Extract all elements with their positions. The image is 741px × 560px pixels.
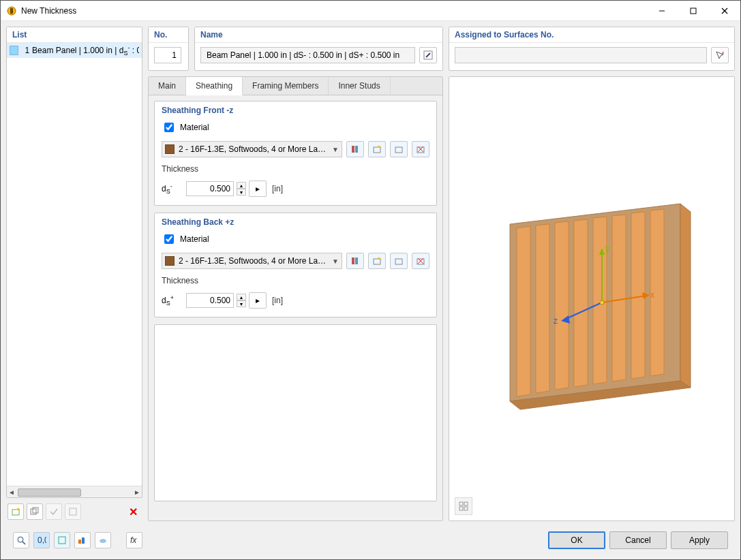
function-button[interactable]: fx xyxy=(126,532,142,548)
units-button[interactable]: 0,00 xyxy=(33,532,50,548)
list-toolbar: ✕ xyxy=(6,502,142,521)
minimize-button[interactable] xyxy=(646,1,678,20)
front-material-checkbox[interactable] xyxy=(164,123,174,132)
material-new-button[interactable] xyxy=(368,141,386,157)
list-header: List xyxy=(7,27,142,43)
tab-inner-studs[interactable]: Inner Studs xyxy=(329,77,390,95)
front-material-check-row[interactable]: Material xyxy=(162,121,429,134)
middle-column: No. Name Beam Panel | 1.000 in | dS- : 0… xyxy=(148,27,443,521)
front-thickness-input[interactable]: 0.500 xyxy=(186,181,234,196)
apply-button[interactable]: Apply xyxy=(671,531,728,549)
check-item-button xyxy=(46,503,62,520)
front-thickness-spinner[interactable]: ▲ ▼ xyxy=(237,182,246,196)
list-item[interactable]: 1 Beam Panel | 1.000 in | dS- : 0.50 xyxy=(7,43,142,58)
back-thickness-pick-button[interactable]: ▸ xyxy=(249,292,267,309)
assigned-pick-button[interactable] xyxy=(711,47,729,63)
svg-rect-49 xyxy=(464,502,468,505)
svg-point-47 xyxy=(600,300,604,305)
back-material-row: 2 - 16F-1.3E, Softwoods, 4 or More Lams … xyxy=(162,253,429,269)
back-thickness-input[interactable]: 0.500 xyxy=(186,293,234,308)
svg-marker-29 xyxy=(536,224,549,393)
delete-item-button[interactable]: ✕ xyxy=(125,503,141,520)
scroll-right-arrow[interactable]: ► xyxy=(134,488,140,496)
preview-settings-button[interactable] xyxy=(455,497,472,515)
tabstrip: Main Sheathing Framing Members Inner Stu… xyxy=(149,77,442,95)
spin-up-icon[interactable]: ▲ xyxy=(237,294,246,300)
cursor-pick-icon xyxy=(715,50,725,60)
spin-down-icon[interactable]: ▼ xyxy=(237,300,246,307)
scroll-thumb[interactable] xyxy=(18,488,131,495)
back-material-combo[interactable]: 2 - 16F-1.3E, Softwoods, 4 or More Lams … xyxy=(162,253,342,269)
material-library-button[interactable] xyxy=(346,253,364,269)
no-input[interactable] xyxy=(154,47,181,63)
svg-rect-7 xyxy=(31,509,36,514)
back-thickness-row: dS+ 0.500 ▲ ▼ ▸ [i xyxy=(162,292,429,309)
name-value: Beam Panel | 1.000 in | dS- : 0.500 in |… xyxy=(207,50,399,60)
front-thickness-pick-button[interactable]: ▸ xyxy=(249,181,267,197)
svg-rect-20 xyxy=(374,259,380,264)
maximize-button[interactable] xyxy=(678,1,709,20)
cloud-icon xyxy=(98,535,108,545)
svg-rect-48 xyxy=(459,502,463,505)
chevron-down-icon: ▼ xyxy=(332,146,339,153)
help-button[interactable] xyxy=(13,532,29,548)
tab-sheathing[interactable]: Sheathing xyxy=(186,77,243,95)
svg-rect-3 xyxy=(691,8,696,14)
svg-rect-1 xyxy=(10,8,13,14)
material-delete-button[interactable] xyxy=(412,253,429,269)
spin-up-icon[interactable]: ▲ xyxy=(237,182,246,189)
svg-rect-12 xyxy=(355,146,358,153)
view-toggle-button[interactable] xyxy=(54,532,70,548)
material-new-button[interactable] xyxy=(368,253,386,269)
list-horizontal-scrollbar[interactable]: ◄ ► xyxy=(7,486,142,497)
back-material-check-row[interactable]: Material xyxy=(162,232,429,246)
tab-main[interactable]: Main xyxy=(149,77,186,95)
close-button[interactable] xyxy=(709,1,740,20)
svg-rect-18 xyxy=(352,258,354,264)
dialog-body: List 1 Beam Panel | 1.000 in | dS- : 0.5… xyxy=(1,21,740,559)
svg-point-52 xyxy=(18,537,23,542)
front-material-combo[interactable]: 2 - 16F-1.3E, Softwoods, 4 or More Lams … xyxy=(162,141,342,157)
material-library-button[interactable] xyxy=(346,141,364,157)
back-thickness-label: Thickness xyxy=(162,276,429,285)
list-item-label: Beam Panel | 1.000 in | dS- : 0.50 xyxy=(32,44,139,57)
preview-body[interactable]: y x z xyxy=(449,77,734,520)
back-thickness-spinner[interactable]: ▲ ▼ xyxy=(237,294,246,307)
color-legend-button[interactable] xyxy=(74,532,91,548)
svg-point-58 xyxy=(100,539,106,543)
spin-down-icon[interactable]: ▼ xyxy=(237,189,246,196)
tab-framing[interactable]: Framing Members xyxy=(243,77,329,95)
svg-rect-19 xyxy=(355,258,358,264)
svg-marker-32 xyxy=(593,217,607,384)
render-button[interactable] xyxy=(95,532,111,548)
back-material-checkbox[interactable] xyxy=(164,234,174,244)
front-thickness-row: dS- 0.500 ▲ ▼ ▸ [i xyxy=(162,181,429,197)
top-row: No. Name Beam Panel | 1.000 in | dS- : 0… xyxy=(148,27,443,71)
ok-button[interactable]: OK xyxy=(548,531,605,549)
list-item-num: 1 xyxy=(21,46,29,55)
no-panel: No. xyxy=(148,27,189,71)
material-edit-button[interactable] xyxy=(390,253,408,269)
delete-icon xyxy=(416,256,425,266)
square-icon xyxy=(57,535,67,545)
copy-item-button[interactable] xyxy=(27,503,43,520)
name-input[interactable]: Beam Panel | 1.000 in | dS- : 0.500 in |… xyxy=(200,47,415,63)
left-column: List 1 Beam Panel | 1.000 in | dS- : 0.5… xyxy=(6,27,142,521)
svg-text:x: x xyxy=(650,290,654,300)
window-buttons xyxy=(646,1,740,20)
section-title-front: Sheathing Front -z xyxy=(155,102,436,119)
rename-button[interactable] xyxy=(419,47,437,63)
front-material-value: 2 - 16F-1.3E, Softwoods, 4 or More Lams … xyxy=(179,144,328,154)
tabs-panel: Main Sheathing Framing Members Inner Stu… xyxy=(148,76,443,521)
cancel-button[interactable]: Cancel xyxy=(609,531,667,549)
svg-rect-51 xyxy=(464,507,468,510)
assigned-input[interactable] xyxy=(455,47,707,63)
back-thickness-unit: [in] xyxy=(272,296,283,305)
chevron-down-icon: ▼ xyxy=(332,258,339,265)
scroll-left-arrow[interactable]: ◄ xyxy=(8,488,15,496)
material-edit-button[interactable] xyxy=(390,141,408,157)
svg-rect-14 xyxy=(395,147,402,153)
new-item-button[interactable] xyxy=(7,503,24,520)
material-delete-button[interactable] xyxy=(412,141,429,157)
list-panel: List 1 Beam Panel | 1.000 in | dS- : 0.5… xyxy=(6,27,142,498)
